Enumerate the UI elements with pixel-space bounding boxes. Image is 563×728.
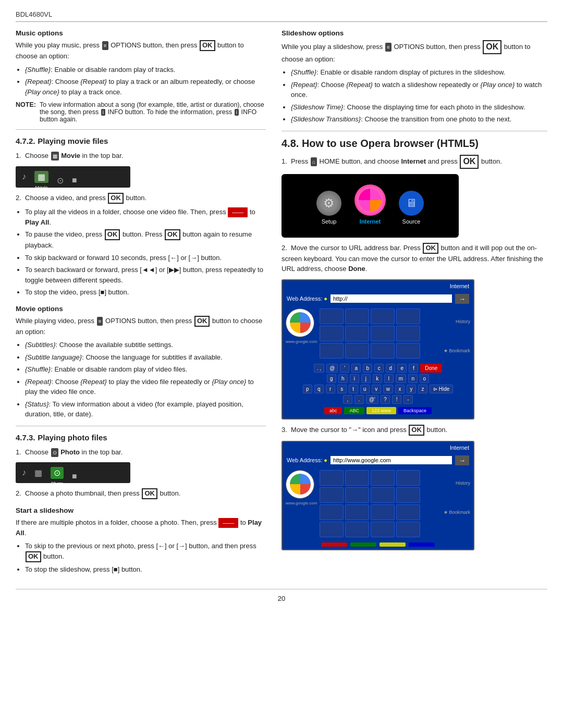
play-all-red-btn: —— bbox=[228, 207, 248, 217]
bookmark-label-2: ★ Bookmark bbox=[442, 510, 470, 515]
web-address-input-1[interactable] bbox=[331, 294, 452, 303]
key-hide[interactable]: ⊳ Hide bbox=[430, 385, 453, 393]
key-at[interactable]: @ bbox=[326, 364, 338, 373]
home-icon: ⌂ bbox=[311, 157, 317, 166]
slideshow-start-intro: If there are multiple photos in a folder… bbox=[16, 517, 266, 538]
key-h[interactable]: h bbox=[338, 374, 348, 383]
key-comma2[interactable]: , bbox=[343, 395, 352, 404]
ok-icon-movie: OK bbox=[108, 193, 124, 204]
key-u[interactable]: u bbox=[360, 385, 370, 393]
browser-go-btn-1[interactable]: → bbox=[455, 294, 469, 304]
tile-2-5 bbox=[320, 487, 344, 503]
photo-selected-bg: ⊙ bbox=[51, 467, 64, 479]
music-options-intro: While you play music, press ≡ OPTIONS bu… bbox=[16, 40, 266, 61]
key-exclaim[interactable]: ! bbox=[392, 395, 401, 404]
tile-11 bbox=[371, 343, 395, 359]
key-dot2[interactable]: . bbox=[354, 395, 364, 404]
home-icons-row: ⚙ Setup Internet 🖥 Source bbox=[316, 184, 424, 225]
key-q[interactable]: q bbox=[314, 385, 324, 393]
browser-address-row-2: Web Address: ● → bbox=[283, 453, 473, 467]
ok-opera-large: OK bbox=[460, 155, 479, 169]
photo-step2: 2. Choose a photo thumbnail, then press … bbox=[16, 488, 266, 499]
key-l[interactable]: l bbox=[384, 374, 394, 383]
key-done[interactable]: Done bbox=[420, 364, 442, 373]
web-address-input-2[interactable] bbox=[331, 456, 452, 464]
google-logo-2 bbox=[286, 470, 314, 499]
page-wrapper: BDL4680VL Music options While you play m… bbox=[0, 0, 563, 728]
key-x[interactable]: x bbox=[395, 385, 405, 393]
slideshow-options-intro: While you play a slideshow, press ≡ OPTI… bbox=[282, 40, 547, 64]
key-g[interactable]: g bbox=[327, 374, 336, 383]
key-dot-comma[interactable]: . , bbox=[314, 364, 324, 373]
key-y[interactable]: y bbox=[407, 385, 416, 393]
ss-opt-shuffle: {Shuffle}: Enable or disable random disp… bbox=[291, 67, 547, 78]
tile-row-2-3 bbox=[320, 522, 470, 537]
key-t[interactable]: t bbox=[349, 385, 358, 393]
key-w[interactable]: w bbox=[383, 385, 393, 393]
key-r[interactable]: r bbox=[326, 385, 335, 393]
browser-bar-2: Internet bbox=[283, 442, 473, 453]
key-z[interactable]: z bbox=[418, 385, 427, 393]
playing-movie-files-section: 4.7.2. Playing movie files 1. Choose ▦ M… bbox=[16, 136, 266, 297]
source-label: Source bbox=[402, 218, 421, 225]
tile-2-7 bbox=[371, 487, 395, 503]
key-c[interactable]: c bbox=[374, 364, 384, 373]
slideshow-options-list: {Shuffle}: Enable or disable random disp… bbox=[291, 67, 547, 125]
internet-icon bbox=[354, 184, 386, 216]
photo-icon-inline: ⊙ bbox=[51, 448, 58, 457]
playing-photo-files-heading: 4.7.3. Playing photo files bbox=[16, 433, 266, 443]
key-k[interactable]: k bbox=[373, 374, 382, 383]
toolbar-item-music: ♪ bbox=[22, 172, 26, 181]
movie-section-title: Playing movie files bbox=[38, 137, 108, 145]
key-i[interactable]: i bbox=[350, 374, 359, 383]
browser-screenshot-1: Internet Web Address: ● → www.go bbox=[282, 279, 474, 419]
tile-group-1a bbox=[320, 309, 452, 324]
browser-go-btn-2[interactable]: → bbox=[455, 455, 469, 465]
slideshow-skip: To skip to the previous or next photo, p… bbox=[25, 541, 266, 562]
kbd-123www-btn[interactable]: 123 www bbox=[366, 407, 396, 414]
browser-2-bottom bbox=[283, 540, 473, 549]
tile-group-2a bbox=[320, 470, 452, 486]
key-s[interactable]: s bbox=[337, 385, 347, 393]
toolbar-item-stop: ■ bbox=[72, 176, 77, 185]
photo-toolbar-icon: ⊙ bbox=[57, 176, 64, 186]
key-j[interactable]: j bbox=[361, 374, 371, 383]
key-b[interactable]: b bbox=[363, 364, 372, 373]
key-v[interactable]: v bbox=[372, 385, 381, 393]
tile-3 bbox=[371, 309, 395, 324]
key-dash[interactable]: - bbox=[403, 395, 413, 404]
note-text: To view information about a song (for ex… bbox=[40, 101, 266, 123]
key-m[interactable]: m bbox=[396, 374, 406, 383]
browser-tiles-1: History bbox=[320, 309, 470, 359]
slideshow-start-title: Start a slideshow bbox=[16, 507, 266, 514]
movie-selected-bg: ▦ bbox=[34, 171, 48, 183]
home-icon-setup: ⚙ Setup bbox=[316, 191, 341, 225]
key-apos[interactable]: ' bbox=[340, 364, 349, 373]
toolbar-item-movie: ▦ Movie bbox=[34, 171, 48, 183]
kbd-ABC-btn[interactable]: ABC bbox=[344, 407, 364, 414]
key-p[interactable]: p bbox=[303, 385, 312, 393]
key-o[interactable]: o bbox=[420, 374, 429, 383]
source-icon: 🖥 bbox=[399, 191, 424, 216]
kbd-backspace-btn[interactable]: Backspace bbox=[398, 407, 432, 414]
tile-group-2c bbox=[320, 504, 420, 520]
tile-2-11 bbox=[371, 504, 395, 520]
bottom-green bbox=[350, 542, 376, 547]
key-question[interactable]: ? bbox=[381, 395, 390, 404]
movie-opt-subtitles: {Subtitles}: Choose the available subtit… bbox=[25, 340, 266, 350]
key-at2[interactable]: @' bbox=[366, 395, 378, 404]
tile-row-bookmark: ★ Bookmark bbox=[320, 343, 470, 359]
kbd-abc-btn[interactable]: abc bbox=[324, 407, 342, 414]
key-n[interactable]: n bbox=[408, 374, 418, 383]
key-f[interactable]: f bbox=[409, 364, 418, 373]
key-d[interactable]: d bbox=[386, 364, 395, 373]
photo-section-title: Playing photo files bbox=[38, 433, 107, 442]
right-column: Slideshow options While you play a slide… bbox=[282, 29, 547, 578]
key-a[interactable]: a bbox=[351, 364, 361, 373]
tile-2-16 bbox=[396, 522, 420, 537]
setup-label: Setup bbox=[322, 218, 337, 225]
start-slideshow-section: Start a slideshow If there are multiple … bbox=[16, 507, 266, 574]
toolbar-photo: ♪ ▦ ⊙ Photo ■ bbox=[16, 462, 130, 483]
key-e[interactable]: e bbox=[397, 364, 407, 373]
movie-icon-inline: ▦ bbox=[51, 152, 59, 161]
